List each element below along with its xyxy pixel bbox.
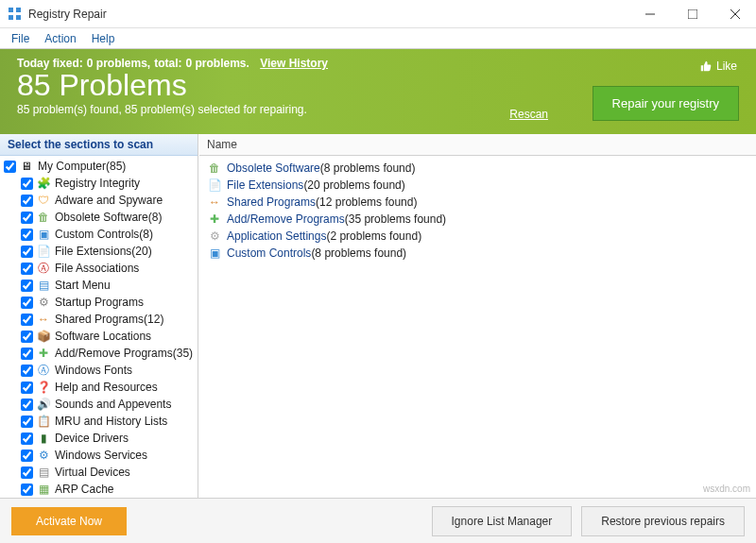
tree-item-label: Help and Resources xyxy=(55,381,158,394)
tree-item[interactable]: ⒶWindows Fonts xyxy=(0,362,198,379)
section-icon: Ⓐ xyxy=(36,363,51,378)
tree-root[interactable]: 🖥My Computer(85) xyxy=(0,158,198,175)
tree-item[interactable]: 📋MRU and History Lists xyxy=(0,413,198,430)
tree-item[interactable]: 📦Software Locations xyxy=(0,328,198,345)
menu-help[interactable]: Help xyxy=(84,30,123,47)
total-count: 0 problems. xyxy=(185,57,249,70)
tree-item-checkbox[interactable] xyxy=(21,246,33,258)
repair-button[interactable]: Repair your registry xyxy=(593,86,739,121)
tree-item-checkbox[interactable] xyxy=(21,399,33,411)
window-title: Registry Repair xyxy=(28,8,107,21)
menubar: File Action Help xyxy=(0,28,756,49)
tree-item-checkbox[interactable] xyxy=(21,467,33,479)
tree-item-checkbox[interactable] xyxy=(21,280,33,292)
tree-item[interactable]: ❓Help and Resources xyxy=(0,379,198,396)
result-count: (12 problems found) xyxy=(316,195,417,209)
tree-item-checkbox[interactable] xyxy=(21,348,33,360)
maximize-icon xyxy=(688,9,697,19)
tree-item[interactable]: 🔊Sounds and Appevents xyxy=(0,396,198,413)
minimize-button[interactable] xyxy=(628,0,671,28)
like-button[interactable]: Like xyxy=(700,59,737,74)
tree-item-label: Shared Programs(12) xyxy=(55,313,163,326)
tree-item[interactable]: ▤Virtual Devices xyxy=(0,464,198,481)
activate-button[interactable]: Activate Now xyxy=(11,507,127,535)
tree-item-checkbox[interactable] xyxy=(21,212,33,224)
ignore-list-button[interactable]: Ignore List Manager xyxy=(432,506,573,536)
tree-item[interactable]: ⒶFile Associations xyxy=(0,260,198,277)
content-panel: Name 🗑Obsolete Software(8 problems found… xyxy=(198,134,756,498)
tree-item-checkbox[interactable] xyxy=(21,331,33,343)
tree-item[interactable]: ▣Custom Controls(8) xyxy=(0,226,198,243)
rescan-link[interactable]: Rescan xyxy=(509,108,548,121)
section-icon: ⚙ xyxy=(36,295,51,310)
section-icon: 📋 xyxy=(36,414,51,429)
list-item[interactable]: ▣Custom Controls(8 problems found) xyxy=(203,245,752,262)
tree-item-label: Sounds and Appevents xyxy=(55,398,171,411)
section-icon: Ⓐ xyxy=(36,261,51,276)
section-icon: 🔊 xyxy=(36,397,51,412)
section-icon: ▮ xyxy=(36,431,51,446)
list-item[interactable]: 📄File Extensions(20 problems found) xyxy=(203,177,752,194)
tree-item-checkbox[interactable] xyxy=(21,178,33,190)
thumb-up-icon xyxy=(700,59,712,74)
restore-repairs-button[interactable]: Restore previous repairs xyxy=(581,506,745,536)
section-tree[interactable]: 🖥My Computer(85)🧩Registry Integrity🛡Adwa… xyxy=(0,156,198,498)
tree-item-checkbox[interactable] xyxy=(21,365,33,377)
tree-item[interactable]: ▮Device Drivers xyxy=(0,430,198,447)
menu-action[interactable]: Action xyxy=(37,30,83,47)
result-count: (8 problems found) xyxy=(311,246,406,260)
list-item[interactable]: ↔Shared Programs(12 problems found) xyxy=(203,194,752,211)
result-count: (20 problems found) xyxy=(303,178,404,192)
svg-rect-1 xyxy=(16,8,21,12)
list-item[interactable]: ✚Add/Remove Programs(35 problems found) xyxy=(203,211,752,228)
tree-item[interactable]: ✚Add/Remove Programs(35) xyxy=(0,345,198,362)
tree-item-checkbox[interactable] xyxy=(21,229,33,241)
close-button[interactable] xyxy=(713,0,756,28)
tree-root-label: My Computer(85) xyxy=(38,160,126,173)
section-icon: ⚙ xyxy=(36,448,51,463)
tree-item[interactable]: ▤Start Menu xyxy=(0,277,198,294)
tree-item-checkbox[interactable] xyxy=(21,416,33,428)
result-icon: 📄 xyxy=(207,178,222,193)
sidebar: Select the sections to scan 🖥My Computer… xyxy=(0,134,198,498)
result-count: (2 problems found) xyxy=(326,229,421,243)
tree-item-checkbox[interactable] xyxy=(21,484,33,496)
result-count: (8 problems found) xyxy=(320,161,416,175)
tree-item-checkbox[interactable] xyxy=(21,297,33,309)
watermark: wsxdn.com xyxy=(703,484,750,494)
tree-item[interactable]: 📄File Extensions(20) xyxy=(0,243,198,260)
tree-item-checkbox[interactable] xyxy=(21,382,33,394)
sidebar-header: Select the sections to scan xyxy=(0,134,198,156)
tree-item-label: File Associations xyxy=(55,262,139,275)
titlebar: Registry Repair xyxy=(0,0,756,28)
tree-item[interactable]: ↔Shared Programs(12) xyxy=(0,311,198,328)
view-history-link[interactable]: View History xyxy=(260,57,328,70)
tree-root-checkbox[interactable] xyxy=(4,161,16,173)
tree-item-checkbox[interactable] xyxy=(21,450,33,462)
result-name: Obsolete Software xyxy=(227,161,320,175)
tree-item-label: Windows Fonts xyxy=(55,364,132,377)
tree-item[interactable]: 🗑Obsolete Software(8) xyxy=(0,209,198,226)
tree-item-label: MRU and History Lists xyxy=(55,415,167,428)
section-icon: ↔ xyxy=(36,312,51,327)
tree-item-checkbox[interactable] xyxy=(21,433,33,445)
tree-item-label: Registry Integrity xyxy=(55,177,140,190)
tree-item[interactable]: ⚙Windows Services xyxy=(0,447,198,464)
section-icon: ❓ xyxy=(36,380,51,395)
maximize-button[interactable] xyxy=(671,0,713,28)
tree-item[interactable]: 🧩Registry Integrity xyxy=(0,175,198,192)
tree-item[interactable]: ⚙Startup Programs xyxy=(0,294,198,311)
menu-file[interactable]: File xyxy=(4,30,37,47)
tree-item-checkbox[interactable] xyxy=(21,314,33,326)
results-list[interactable]: 🗑Obsolete Software(8 problems found)📄Fil… xyxy=(199,156,756,498)
list-item[interactable]: 🗑Obsolete Software(8 problems found) xyxy=(203,160,752,177)
main-area: Select the sections to scan 🖥My Computer… xyxy=(0,134,756,498)
tree-item-checkbox[interactable] xyxy=(21,195,33,207)
tree-item-label: Windows Services xyxy=(55,449,147,462)
tree-item[interactable]: ▦ARP Cache xyxy=(0,481,198,498)
tree-item[interactable]: 🛡Adware and Spyware xyxy=(0,192,198,209)
list-item[interactable]: ⚙Application Settings(2 problems found) xyxy=(203,228,752,245)
tree-item-label: Custom Controls(8) xyxy=(55,228,153,241)
like-label: Like xyxy=(716,59,737,73)
tree-item-checkbox[interactable] xyxy=(21,263,33,275)
